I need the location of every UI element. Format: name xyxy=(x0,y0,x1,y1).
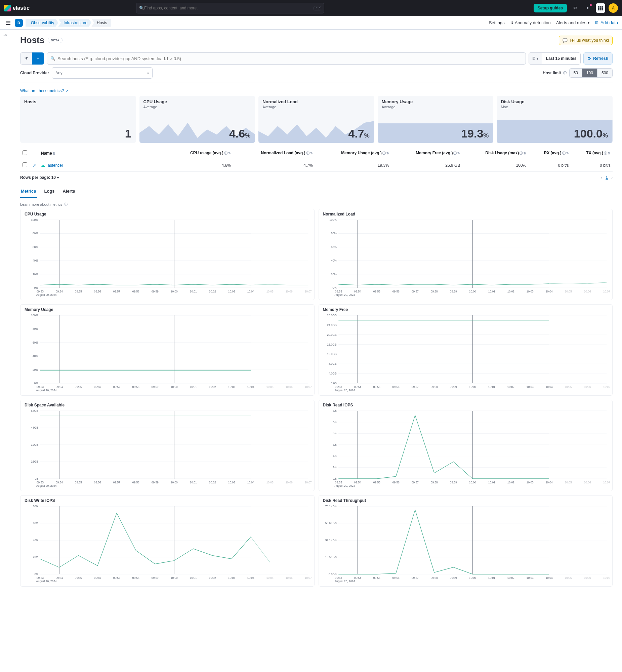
alerts-rules-link[interactable]: Alerts and rules▾ xyxy=(556,20,589,25)
sort-icon: ⇅ xyxy=(228,152,231,155)
col-header[interactable]: Memory Usage (avg.)ⓘ⇅ xyxy=(315,147,391,159)
svg-text:4.0GB: 4.0GB xyxy=(328,372,336,375)
svg-text:12.0GB: 12.0GB xyxy=(327,352,337,356)
add-filter-button[interactable]: ＋ xyxy=(32,53,44,65)
svg-text:100%: 100% xyxy=(329,218,337,222)
sort-icon: ⇅ xyxy=(457,152,460,155)
svg-text:09:57: 09:57 xyxy=(113,290,120,293)
col-header[interactable]: RX (avg.)ⓘ⇅ xyxy=(528,147,571,159)
svg-text:10:03: 10:03 xyxy=(526,576,533,579)
host-name-link[interactable]: ☁astencel xyxy=(41,163,165,168)
settings-link[interactable]: Settings xyxy=(489,20,505,25)
gear-icon[interactable]: ⚙ xyxy=(570,3,580,13)
filter-funnel-button[interactable]: ⧩ xyxy=(20,53,32,65)
add-data-link[interactable]: 🗎Add data xyxy=(595,20,618,25)
svg-text:3/s: 3/s xyxy=(333,443,337,446)
news-icon[interactable]: ✦ xyxy=(583,3,592,13)
svg-text:10:00: 10:00 xyxy=(171,290,178,293)
select-all-checkbox[interactable] xyxy=(23,150,27,155)
svg-text:10:00: 10:00 xyxy=(469,576,476,579)
host-limit-50[interactable]: 50 xyxy=(569,69,582,77)
global-search[interactable]: 🔍 ⌃ / xyxy=(136,3,324,13)
avatar[interactable]: A xyxy=(609,3,618,13)
svg-text:10:07: 10:07 xyxy=(305,481,311,484)
col-header[interactable]: Memory Free (avg.)ⓘ⇅ xyxy=(391,147,462,159)
date-range-label[interactable]: Last 15 minutes xyxy=(542,53,581,65)
svg-text:09:53: 09:53 xyxy=(335,290,342,293)
row-checkbox[interactable] xyxy=(23,162,27,167)
svg-text:09:59: 09:59 xyxy=(151,385,159,389)
comment-icon: 💬 xyxy=(562,38,567,43)
feedback-banner[interactable]: 💬 Tell us what you think! xyxy=(559,36,613,45)
svg-text:40%: 40% xyxy=(331,259,336,262)
info-icon: ⓘ xyxy=(453,151,457,155)
col-header[interactable]: Normalized Load (avg.)ⓘ⇅ xyxy=(233,147,315,159)
breadcrumb-infrastructure[interactable]: Infrastructure xyxy=(58,19,92,27)
svg-text:09:58: 09:58 xyxy=(430,290,438,293)
learn-more-metrics[interactable]: Learn more about metrics ⓘ xyxy=(20,202,613,207)
host-limit-500[interactable]: 500 xyxy=(597,69,612,77)
tab-logs[interactable]: Logs xyxy=(44,185,56,198)
tab-metrics[interactable]: Metrics xyxy=(20,185,37,198)
hamburger-icon[interactable] xyxy=(4,19,12,27)
svg-text:10:07: 10:07 xyxy=(603,385,610,389)
svg-text:09:54: 09:54 xyxy=(56,290,63,293)
page-number[interactable]: 1 xyxy=(606,175,608,180)
chart-memuse: Memory Usage 0%20%40%60%80%100%09:5309:5… xyxy=(20,304,314,396)
svg-text:09:55: 09:55 xyxy=(373,576,380,579)
host-limit-100[interactable]: 100 xyxy=(582,69,597,77)
svg-text:10:06: 10:06 xyxy=(584,576,591,579)
svg-text:80%: 80% xyxy=(331,232,336,235)
col-header[interactable]: Disk Usage (max)ⓘ⇅ xyxy=(462,147,528,159)
svg-text:0%: 0% xyxy=(34,381,38,385)
kpi-memory-usage: Memory UsageAverage19.3% xyxy=(378,96,494,143)
kql-text-input[interactable] xyxy=(58,56,522,61)
svg-text:09:53: 09:53 xyxy=(335,576,342,579)
svg-text:10:05: 10:05 xyxy=(267,385,274,389)
tab-alerts[interactable]: Alerts xyxy=(62,185,76,198)
table-row[interactable]: ⤢ ☁astencel 4.6%4.7%19.3%26.9 GB100%0 bi… xyxy=(20,159,613,172)
setup-guides-button[interactable]: Setup guides xyxy=(533,4,567,12)
col-header[interactable]: CPU usage (avg.)ⓘ⇅ xyxy=(167,147,233,159)
date-picker-button[interactable]: 🗓▾ xyxy=(528,53,542,65)
breadcrumb-observability[interactable]: Observability xyxy=(26,19,58,27)
sort-icon: ⇅ xyxy=(566,152,569,155)
svg-text:64GB: 64GB xyxy=(31,409,38,412)
col-header[interactable]: Name⇅ xyxy=(39,147,167,159)
col-header[interactable]: TX (avg.)ⓘ⇅ xyxy=(571,147,613,159)
cloud-provider-select[interactable]: Any xyxy=(52,67,152,79)
chevron-down-icon: ▾ xyxy=(588,21,589,25)
expand-rail-icon[interactable]: ⇥ xyxy=(3,32,7,592)
svg-text:10:01: 10:01 xyxy=(488,576,495,579)
what-are-metrics-link[interactable]: What are these metrics? ↗ xyxy=(20,89,613,93)
svg-text:09:53: 09:53 xyxy=(37,290,44,293)
svg-rect-85 xyxy=(251,315,308,383)
home-button[interactable]: D xyxy=(15,19,23,27)
refresh-button[interactable]: ⟳ Refresh xyxy=(583,53,613,65)
svg-text:10:04: 10:04 xyxy=(247,385,254,389)
expand-icon[interactable]: ⤢ xyxy=(33,163,36,168)
anomaly-detection-link[interactable]: ⠿Anomaly detection xyxy=(510,20,551,25)
svg-text:10:03: 10:03 xyxy=(228,385,235,389)
kql-input[interactable]: 🔍 xyxy=(47,53,526,65)
svg-text:60%: 60% xyxy=(33,341,38,344)
svg-text:0%: 0% xyxy=(34,286,38,290)
svg-text:10:04: 10:04 xyxy=(545,576,552,579)
page-prev-icon[interactable]: ‹ xyxy=(601,175,602,180)
popout-icon: ↗ xyxy=(65,89,69,93)
app-switcher-icon[interactable] xyxy=(596,3,605,13)
svg-rect-6 xyxy=(598,9,599,10)
chart-diskwiops: Disk Write IOPS 0/s20/s40/s60/s80/s09:53… xyxy=(20,495,314,586)
svg-text:10:03: 10:03 xyxy=(526,385,533,389)
page-next-icon[interactable]: › xyxy=(611,175,613,180)
svg-rect-1 xyxy=(600,6,601,7)
svg-text:09:57: 09:57 xyxy=(411,481,418,484)
rows-per-page[interactable]: Rows per page: 10 ▾ xyxy=(20,175,59,180)
chart-cpu: CPU Usage 0%20%40%60%80%100%09:5309:5409… xyxy=(20,209,314,300)
svg-text:10:06: 10:06 xyxy=(286,576,293,579)
elastic-logo[interactable]: elastic xyxy=(4,5,30,11)
svg-text:16GB: 16GB xyxy=(31,460,38,463)
svg-text:09:58: 09:58 xyxy=(132,481,139,484)
global-search-input[interactable] xyxy=(144,6,313,10)
svg-rect-0 xyxy=(598,6,599,7)
